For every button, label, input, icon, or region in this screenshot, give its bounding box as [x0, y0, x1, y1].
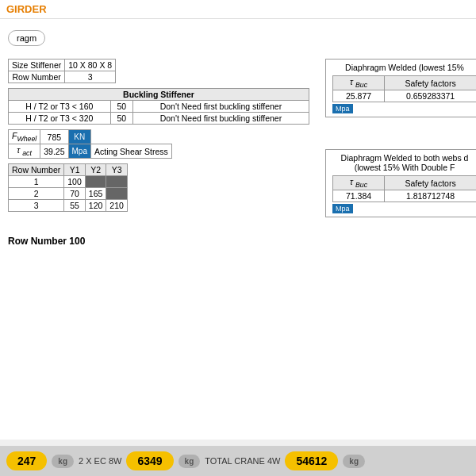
right-bottom-box: Diaphragm Welded to both webs d (lowest …: [325, 149, 476, 217]
right-bottom-tau-val: 71.384: [333, 190, 385, 202]
val3-badge: 54612: [285, 451, 338, 470]
f-wheel-val: 785: [40, 130, 68, 144]
size-stiffener-label: Size Stiffener: [9, 60, 65, 71]
val2-badge: 6349: [126, 451, 173, 470]
right-bottom-safety-label: Safety factors: [385, 176, 476, 190]
tau-act-desc: Acting Shear Stress: [90, 144, 171, 159]
unit2-badge: kg: [178, 455, 201, 468]
right-top-mpa: Mpa: [332, 104, 353, 113]
table-row: 210: [106, 200, 128, 212]
label2: TOTAL CRANE 4W: [205, 456, 280, 466]
main-content: ragm Size Stiffener 10 X 80 X 8 Row Numb…: [0, 19, 476, 440]
row-number-label: Row Number: [9, 71, 65, 83]
col-y3: Y3: [106, 164, 128, 176]
table-row: 55: [64, 200, 86, 212]
col-row-number: Row Number: [9, 164, 64, 176]
size-stiffener-value: 10 X 80 X 8: [65, 60, 116, 71]
diaphragm-input[interactable]: ragm: [8, 30, 45, 46]
tau-act-val: 39.25: [40, 144, 68, 159]
top-bar: GIRDER: [0, 0, 476, 19]
label1: 2 X EC 8W: [79, 456, 121, 466]
right-bottom-safety-val: 1.818712748: [385, 190, 476, 202]
row-number-value: 3: [65, 71, 116, 83]
right-bottom-mpa: Mpa: [332, 204, 353, 213]
forces-table: FWheel 785 KN τ act 39.25 Mpa Acting She…: [8, 129, 172, 159]
table-row: 165: [85, 188, 106, 200]
buckling-title: Buckling Stiffener: [9, 89, 309, 101]
table-row: [85, 176, 106, 188]
buckling-row2-cond: H / T2 or T3 < 320: [9, 113, 111, 125]
coordinate-table: Row Number Y1 Y2 Y3 1 100 2 70 165 3 55 …: [8, 163, 128, 212]
buckling-row2-val: 50: [110, 113, 132, 125]
unit1-badge: kg: [52, 455, 74, 468]
table-row: 100: [64, 176, 86, 188]
right-top-box: Diaphragm Welded (lowest 15% τ Buc Safet…: [325, 59, 476, 117]
row-number-100: Row Number 100: [8, 236, 309, 247]
right-top-table: τ Buc Safety factors 25.877 0.659283371: [332, 75, 476, 102]
tau-act-unit: Mpa: [68, 144, 90, 159]
right-top-safety-label: Safety factors: [385, 76, 476, 90]
f-wheel-label: FWheel: [9, 130, 40, 144]
right-top-tau-label: τ Buc: [333, 76, 385, 90]
right-section: Diaphragm Welded (lowest 15% τ Buc Safet…: [325, 59, 468, 227]
diaphragm-label-area: ragm: [8, 30, 468, 46]
val1-badge: 247: [6, 451, 47, 470]
left-section: Size Stiffener 10 X 80 X 8 Row Number 3 …: [8, 59, 309, 247]
col-y1: Y1: [64, 164, 86, 176]
buckling-table: Buckling Stiffener H / T2 or T3 < 160 50…: [8, 88, 309, 125]
right-bottom-table: τ Buc Safety factors 71.384 1.818712748: [332, 175, 476, 202]
right-top-tau-val: 25.877: [333, 90, 385, 102]
table-row: 1: [9, 176, 64, 188]
table-row: [106, 188, 128, 200]
table-row: 3: [9, 200, 64, 212]
table-row: 2: [9, 188, 64, 200]
right-bottom-tau-label: τ Buc: [333, 176, 385, 190]
right-top-title: Diaphragm Welded (lowest 15%: [332, 63, 476, 72]
buckling-row2-desc: Don't Need first buckling stiffener: [132, 113, 309, 125]
unit3-badge: kg: [343, 455, 365, 468]
right-top-safety-val: 0.659283371: [385, 90, 476, 102]
table-row: [106, 176, 128, 188]
buckling-row1-desc: Don't Need first buckling stiffener: [132, 101, 309, 113]
col-y2: Y2: [85, 164, 106, 176]
right-bottom-title: Diaphragm Welded to both webs d (lowest …: [332, 153, 476, 172]
size-stiffener-table: Size Stiffener 10 X 80 X 8 Row Number 3: [8, 59, 116, 83]
table-row: 70: [64, 188, 86, 200]
bottom-bar: 247 kg 2 X EC 8W 6349 kg TOTAL CRANE 4W …: [0, 446, 476, 476]
tau-act-label: τ act: [9, 144, 40, 159]
app-title: GIRDER: [6, 3, 47, 15]
buckling-row1-val: 50: [110, 101, 132, 113]
f-wheel-unit: KN: [68, 130, 90, 144]
table-row: 120: [85, 200, 106, 212]
buckling-row1-cond: H / T2 or T3 < 160: [9, 101, 111, 113]
